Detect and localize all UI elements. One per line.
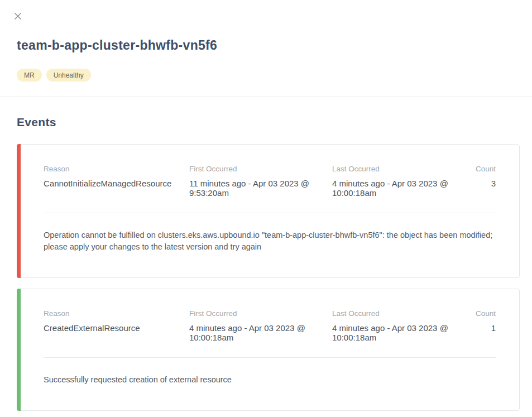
column-header-reason: Reason bbox=[44, 309, 189, 318]
badges-row: MR Unhealthy bbox=[17, 69, 515, 82]
event-count-value: 3 bbox=[475, 179, 496, 188]
event-card-success: Reason CreatedExternalResource First Occ… bbox=[17, 289, 520, 411]
column-header-first-occurred: First Occurred bbox=[189, 309, 318, 318]
event-reason-column: Reason CannotInitializeManagedResource bbox=[44, 165, 189, 198]
event-count-value: 1 bbox=[475, 323, 496, 333]
event-card-divider bbox=[44, 357, 496, 358]
event-first-occurred-value: 11 minutes ago - Apr 03 2023 @ 9:53:20am bbox=[189, 179, 318, 198]
event-first-occurred-column: First Occurred 4 minutes ago - Apr 03 20… bbox=[189, 309, 332, 342]
column-header-last-occurred: Last Occurred bbox=[332, 165, 461, 174]
event-status-bar-success bbox=[17, 289, 21, 411]
event-message: Successfully requested creation of exter… bbox=[44, 374, 496, 386]
header-divider bbox=[0, 97, 532, 97]
event-last-occurred-column: Last Occurred 4 minutes ago - Apr 03 202… bbox=[332, 309, 475, 342]
badge-health-status: Unhealthy bbox=[46, 69, 91, 82]
column-header-count: Count bbox=[475, 165, 496, 174]
event-status-bar-error bbox=[17, 144, 21, 278]
event-message: Operation cannot be fulfilled on cluster… bbox=[44, 229, 496, 253]
event-last-occurred-value: 4 minutes ago - Apr 03 2023 @ 10:00:18am bbox=[332, 179, 461, 198]
event-last-occurred-column: Last Occurred 4 minutes ago - Apr 03 202… bbox=[332, 165, 475, 198]
close-button[interactable] bbox=[13, 11, 23, 21]
events-list: Reason CannotInitializeManagedResource F… bbox=[17, 144, 520, 411]
column-header-count: Count bbox=[475, 309, 496, 318]
events-section-title: Events bbox=[17, 115, 532, 129]
badge-kind: MR bbox=[17, 69, 42, 82]
event-card-body: Reason CreatedExternalResource First Occ… bbox=[17, 289, 519, 410]
resource-detail-header: team-b-app-cluster-bhwfb-vn5f6 MR Unheal… bbox=[0, 0, 532, 82]
event-card-divider bbox=[44, 213, 496, 213]
column-header-first-occurred: First Occurred bbox=[189, 165, 318, 174]
event-meta-row: Reason CannotInitializeManagedResource F… bbox=[44, 165, 496, 198]
event-count-column: Count 3 bbox=[475, 165, 496, 198]
event-last-occurred-value: 4 minutes ago - Apr 03 2023 @ 10:00:18am bbox=[332, 323, 461, 342]
close-icon bbox=[14, 12, 22, 20]
event-reason-value: CannotInitializeManagedResource bbox=[44, 179, 189, 188]
event-count-column: Count 1 bbox=[475, 309, 496, 342]
event-first-occurred-column: First Occurred 11 minutes ago - Apr 03 2… bbox=[189, 165, 332, 198]
event-reason-column: Reason CreatedExternalResource bbox=[44, 309, 189, 342]
event-card-body: Reason CannotInitializeManagedResource F… bbox=[17, 145, 519, 277]
event-reason-value: CreatedExternalResource bbox=[44, 323, 189, 333]
column-header-last-occurred: Last Occurred bbox=[332, 309, 461, 318]
event-meta-row: Reason CreatedExternalResource First Occ… bbox=[44, 309, 496, 342]
page-title: team-b-app-cluster-bhwfb-vn5f6 bbox=[17, 38, 515, 53]
event-card-error: Reason CannotInitializeManagedResource F… bbox=[17, 144, 520, 278]
column-header-reason: Reason bbox=[44, 165, 189, 174]
event-first-occurred-value: 4 minutes ago - Apr 03 2023 @ 10:00:18am bbox=[189, 323, 318, 342]
